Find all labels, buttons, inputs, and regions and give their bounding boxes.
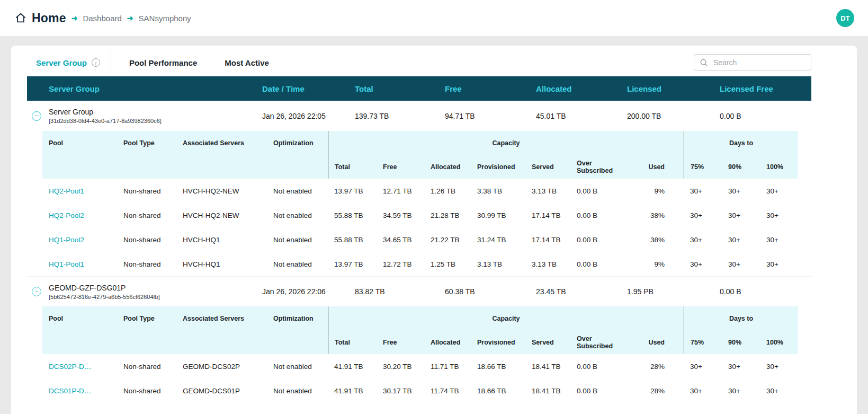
pool-type: Non-shared <box>117 187 176 195</box>
capacity-allocated: 11.74 TB <box>424 387 471 395</box>
days-to-90: 30+ <box>722 236 760 244</box>
pool-type: Non-shared <box>117 363 176 371</box>
tabs-row: Server Group i Pool Performance Most Act… <box>27 49 811 76</box>
associated-servers: HVCH-HQ2-NEW <box>176 212 267 219</box>
capacity-provisioned: 31.24 TB <box>471 236 525 244</box>
col-licensed-free: Licensed Free <box>707 84 811 93</box>
sub-col-header: Pool Type <box>117 131 176 155</box>
pool-link[interactable]: HQ2-Pool2 <box>42 212 117 219</box>
days-to-75: 30+ <box>684 212 722 219</box>
pool-row: HQ2-Pool2Non-sharedHVCH-HQ2-NEWNot enabl… <box>42 203 798 227</box>
server-group-name: GEOMD-GZF-DSG01P <box>49 284 160 292</box>
breadcrumb-arrow-icon: ➜ <box>127 14 133 22</box>
pool-row: DCS01P-D…Non-sharedGEOMD-DCS01PNot enabl… <box>42 378 798 403</box>
breadcrumb: Home ➜ Dashboard ➜ SANsymphony <box>15 11 191 25</box>
sub-col-header: Allocated <box>424 331 471 354</box>
capacity-served: 18.41 TB <box>525 363 570 371</box>
capacity-used: 38% <box>629 212 684 219</box>
subtable-header-top: PoolPool TypeAssociated ServersOptimizat… <box>42 131 798 155</box>
sub-col-header: Served <box>525 155 570 179</box>
sub-col-header: Associated Servers <box>176 306 267 331</box>
search-box[interactable] <box>694 54 811 71</box>
capacity-provisioned: 18.66 TB <box>471 363 525 371</box>
pool-link[interactable]: DCS01P-D… <box>42 387 117 395</box>
user-avatar[interactable]: DT <box>836 9 854 27</box>
capacity-over-subscribed: 0.00 B <box>570 187 629 195</box>
col-date-time: Date / Time <box>249 84 342 93</box>
associated-servers: GEOMD-DCS01P <box>176 387 267 395</box>
sub-col-header: Over Subscribed <box>570 155 629 179</box>
capacity-over-subscribed: 0.00 B <box>570 212 629 219</box>
tab-pool-performance[interactable]: Pool Performance <box>120 49 207 76</box>
capacity-used: 9% <box>629 187 684 195</box>
capacity-served: 3.13 TB <box>525 260 570 268</box>
home-link[interactable]: Home <box>32 11 66 25</box>
capacity-free: 34.59 TB <box>377 212 424 219</box>
pool-link[interactable]: HQ1-Pool2 <box>42 236 117 244</box>
server-group-row: −Server Group[31d2dd38-0fd4-43e0-a717-8a… <box>27 101 811 131</box>
group-free: 94.71 TB <box>432 112 523 120</box>
sub-col-header: Provisioned <box>471 331 525 354</box>
capacity-provisioned: 3.13 TB <box>471 260 525 268</box>
breadcrumb-arrow-icon: ➜ <box>71 14 78 22</box>
info-icon[interactable]: i <box>92 58 100 67</box>
capacity-total: 13.97 TB <box>328 260 377 268</box>
capacity-served: 18.41 TB <box>525 387 570 395</box>
days-to-75: 30+ <box>684 236 722 244</box>
capacity-used: 28% <box>629 387 684 395</box>
capacity-group-header: Capacity <box>328 131 684 155</box>
sub-col-header: Served <box>525 331 570 354</box>
search-input[interactable] <box>712 58 806 67</box>
server-group-uuid: [31d2dd38-0fd4-43e0-a717-8a93982360c6] <box>49 118 162 124</box>
group-allocated: 23.45 TB <box>523 287 614 296</box>
group-date-time: Jan 26, 2026 22:06 <box>249 287 342 296</box>
pool-type: Non-shared <box>117 387 176 395</box>
breadcrumb-dashboard[interactable]: Dashboard <box>83 14 121 23</box>
col-allocated: Allocated <box>523 84 614 93</box>
capacity-allocated: 11.71 TB <box>424 363 471 371</box>
days-to-90: 30+ <box>722 212 760 219</box>
optimization: Not enabled <box>267 212 328 219</box>
sub-col-header: 100% <box>760 331 798 354</box>
days-to-75: 30+ <box>684 387 722 395</box>
group-total: 83.82 TB <box>342 287 432 296</box>
sub-col-header: Used <box>629 331 684 354</box>
capacity-free: 30.20 TB <box>377 363 424 371</box>
capacity-provisioned: 3.38 TB <box>471 187 525 195</box>
home-icon[interactable] <box>15 12 26 24</box>
tab-server-group-label: Server Group <box>36 58 87 67</box>
collapse-group-icon[interactable]: − <box>32 111 41 121</box>
subtable-header-top: PoolPool TypeAssociated ServersOptimizat… <box>42 306 798 331</box>
sub-col-header: Optimization <box>267 131 328 155</box>
pool-link[interactable]: HQ1-Pool1 <box>42 260 117 268</box>
breadcrumb-sansymphony[interactable]: SANsymphony <box>139 14 191 23</box>
pool-link[interactable]: DCS02P-D… <box>42 363 117 371</box>
table-body: −Server Group[31d2dd38-0fd4-43e0-a717-8a… <box>27 101 811 403</box>
days-to-group-header: Days to <box>684 131 798 155</box>
tab-server-group[interactable]: Server Group i <box>27 49 111 76</box>
pool-link[interactable]: HQ2-Pool1 <box>42 187 117 195</box>
days-to-75: 30+ <box>684 260 722 268</box>
group-licensed-free: 0.00 B <box>707 112 811 120</box>
capacity-over-subscribed: 0.00 B <box>570 363 629 371</box>
group-licensed: 1.95 PB <box>614 287 707 296</box>
sub-col-header: Pool <box>42 306 117 331</box>
sub-col-header: Total <box>328 155 377 179</box>
server-group-row: −GEOMD-GZF-DSG01P[5b625472-816e-4279-a6b… <box>27 276 811 306</box>
capacity-used: 9% <box>629 260 684 268</box>
capacity-allocated: 1.26 TB <box>424 187 471 195</box>
capacity-free: 34.65 TB <box>377 236 424 244</box>
pool-type: Non-shared <box>117 236 176 244</box>
sub-col-header: Used <box>629 155 684 179</box>
group-free: 60.38 TB <box>432 287 523 296</box>
tab-most-active[interactable]: Most Active <box>215 49 279 76</box>
capacity-total: 55.88 TB <box>328 236 377 244</box>
capacity-total: 41.91 TB <box>328 363 377 371</box>
sub-col-header: Total <box>328 331 377 354</box>
group-date-time: Jan 26, 2026 22:05 <box>249 112 342 120</box>
subtable-header-bottom: TotalFreeAllocatedProvisionedServedOver … <box>42 155 798 179</box>
collapse-group-icon[interactable]: − <box>32 287 41 296</box>
days-to-100: 30+ <box>760 236 798 244</box>
capacity-over-subscribed: 0.00 B <box>570 236 629 244</box>
sub-col-header: Pool <box>42 131 117 155</box>
